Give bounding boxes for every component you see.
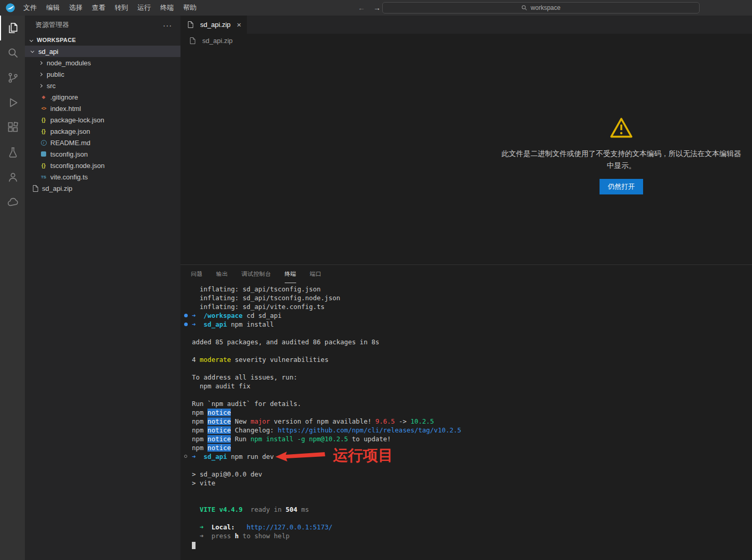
zip-file-icon [186,21,194,28]
menu-selection[interactable]: 选择 [64,0,87,16]
terminal-line: inflating: sd_api/tsconfig.json [192,285,752,293]
terminal-line [192,346,752,355]
terminal-text: npm [192,426,207,434]
menu-view[interactable]: 查看 [87,0,110,16]
tree-item-label: sd_api [38,48,58,55]
terminal-text: npm [192,435,207,443]
nav-back-icon[interactable]: ← [358,4,365,12]
tree-item-sd_api.zip[interactable]: sd_api.zip [25,183,180,194]
tree-item-tsconfig.node.json[interactable]: {}tsconfig.node.json [25,160,180,171]
breadcrumb[interactable]: sd_api.zip [180,34,752,47]
tree-item-README.md[interactable]: iREADME.md [25,137,180,148]
terminal-text: cd sd_api [243,312,282,319]
tree-item-tsconfig.json[interactable]: tsconfig.json [25,148,180,160]
activity-bar [0,16,25,560]
tree-item-package-lock.json[interactable]: {}package-lock.json [25,114,180,125]
command-center-search[interactable]: workspace [382,2,700,13]
panel-tab-ports[interactable]: 端口 [310,265,322,283]
more-actions-icon[interactable]: ··· [163,21,172,30]
terminal-text: -> [395,417,410,425]
terminal-text: VITE v4.4.9 [200,506,243,513]
terminal-line: npm audit fix [192,382,752,390]
terminal-text: major [250,417,270,425]
terminal-text: sd_api [204,320,227,328]
json-file-icon: {} [39,129,48,134]
panel-tab-debug-console[interactable]: 调试控制台 [242,265,271,283]
terminal-link[interactable]: https://github.com/npm/cli/releases/tag/… [278,426,462,434]
tree-item-label: public [47,71,64,78]
tree-item-.gitignore[interactable]: ◆.gitignore [25,91,180,103]
tree-item-src[interactable]: src [25,80,180,91]
terminal-text: 4 [192,356,200,363]
tree-item-node_modules[interactable]: node_modules [25,57,180,68]
zip-file-icon [31,185,39,192]
editor-content: 此文件是二进制文件或使用了不受支持的文本编码，所以无法在文本编辑器中显示。 仍然… [180,47,752,264]
terminal[interactable]: inflating: sd_api/tsconfig.json inflatin… [180,283,752,560]
terminal-text: 10.2.5 [411,417,434,425]
tree-item-sd_api[interactable]: sd_api [25,46,180,57]
file-tree: sd_apinode_modulespublicsrc◆.gitignore<>… [25,46,180,194]
terminal-text: sd_api [204,453,227,460]
menu-go[interactable]: 转到 [110,0,133,16]
activity-testing[interactable] [0,140,25,165]
terminal-line [192,461,752,470]
terminal-text [196,453,204,460]
menu-file[interactable]: 文件 [19,0,41,16]
tree-item-label: package-lock.json [50,116,104,124]
panel-tab-terminal[interactable]: 终端 [285,265,297,283]
terminal-text: ➜ [192,312,196,319]
activity-accounts[interactable] [0,165,25,190]
terminal-text: inflating: sd_api/tsconfig.json [192,285,321,293]
menu-help[interactable]: 帮助 [178,0,201,16]
section-label: WORKSPACE [37,37,76,43]
terminal-line [192,496,752,505]
terminal-text [204,523,212,531]
terminal-text: npm audit fix [192,382,250,390]
terminal-text: 504 [286,506,298,513]
html-file-icon: <> [39,106,48,111]
tree-item-vite.config.ts[interactable]: TSvite.config.ts [25,171,180,183]
tree-item-label: tsconfig.json [50,150,88,158]
tree-item-index.html[interactable]: <>index.html [25,103,180,114]
terminal-text: > vite [192,479,215,487]
terminal-text: npm [192,444,207,452]
binary-message: 此文件是二进制文件或使用了不受支持的文本编码，所以无法在文本编辑器中显示。 [499,148,743,172]
command-finished-decoration [184,314,188,317]
terminal-text [192,532,200,540]
terminal-text: ➜ [192,453,196,460]
tree-item-public[interactable]: public [25,68,180,80]
terminal-line: inflating: sd_api/vite.config.ts [192,302,752,311]
workspace-section-header[interactable]: WORKSPACE [25,34,180,46]
nav-forward-icon[interactable]: → [373,4,381,12]
open-anyway-button[interactable]: 仍然打开 [600,179,643,194]
activity-explorer[interactable] [0,16,25,40]
terminal-line [192,329,752,338]
terminal-text: notice [207,409,231,416]
terminal-line: ➜ Local: http://127.0.0.1:5173/ [192,523,752,531]
terminal-text [192,523,200,531]
terminal-output: inflating: sd_api/tsconfig.json inflatin… [192,285,752,549]
terminal-line: Run `npm audit` for details. [192,399,752,408]
panel-tab-output[interactable]: 输出 [216,265,228,283]
close-icon[interactable]: × [237,20,242,29]
activity-extensions[interactable] [0,115,25,140]
run-debug-icon [7,97,19,108]
tree-item-label: sd_api.zip [42,185,73,192]
chevron-right-icon [39,61,43,64]
activity-search[interactable] [0,40,25,65]
terminal-text: 9.6.5 [375,417,395,425]
menu-edit[interactable]: 编辑 [41,0,64,16]
menu-run[interactable]: 运行 [133,0,156,16]
tree-item-package.json[interactable]: {}package.json [25,125,180,137]
command-running-decoration [184,455,187,458]
activity-run-and-debug[interactable] [0,90,25,115]
terminal-text: ➜ [200,523,204,531]
terminal-line: ➜ sd_api npm run dev [192,452,752,461]
tab-sd-api-zip[interactable]: sd_api.zip × [180,16,247,34]
activity-remote-explorer[interactable] [0,190,25,215]
menu-terminal[interactable]: 终端 [156,0,178,16]
terminal-link[interactable]: http://127.0.0.1:5173/ [246,523,332,531]
activity-source-control[interactable] [0,65,25,90]
panel-tab-problems[interactable]: 问题 [191,265,203,283]
cloud-icon [7,197,19,208]
